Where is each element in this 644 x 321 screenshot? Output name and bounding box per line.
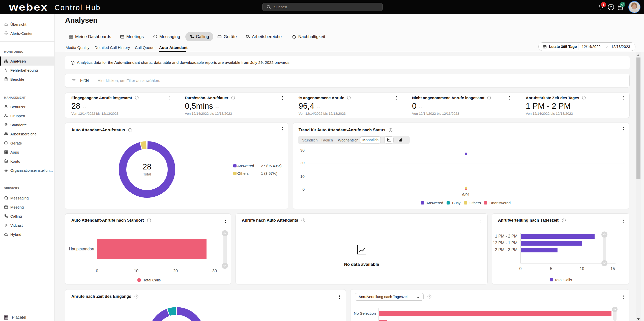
svg-text:?: ? [610,5,612,9]
